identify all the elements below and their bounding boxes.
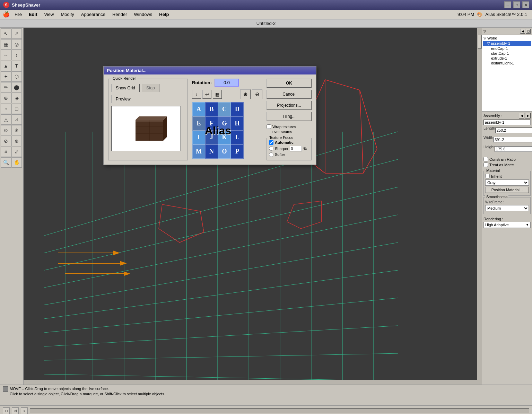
vertical-scrollbar[interactable] [477,28,482,385]
pan-tool[interactable]: ✋ [11,157,22,168]
automatic-checkbox[interactable] [269,140,273,145]
minimize-button[interactable]: ─ [504,1,511,8]
v-scroll-thumb[interactable] [478,35,482,49]
lasso-tool[interactable]: ↗ [11,28,22,39]
preview-button[interactable]: Preview [111,95,135,103]
inherit-checkbox[interactable] [485,174,490,178]
dialog-title: Position Material... [107,68,147,73]
cancel-button[interactable]: Cancel [267,90,312,99]
scene-tree[interactable]: ▽ World ▽ assembly-1 endCap-1 startCap-1… [482,35,532,111]
flip-h-icon[interactable]: ↩ [202,90,211,99]
horizontal-scrollbar[interactable] [24,380,477,385]
wireframe-label: WireFrame : [485,200,509,204]
menu-windows[interactable]: Windows [131,11,156,18]
tex-cell-o: O [218,144,231,159]
star-tool[interactable]: ✦ [1,71,11,82]
material-dropdown[interactable]: Gray [485,179,529,186]
bottom-icon-1[interactable]: ◻ [3,407,10,414]
scale-tool[interactable]: ↕ [11,50,22,60]
pen-tool[interactable]: ✏ [1,82,11,93]
rotate-tool[interactable]: ◎ [11,39,22,50]
viewport[interactable]: Position Material... Quick Render Show G… [24,28,482,385]
tree-distantlight-1[interactable]: distantLight-1 [483,61,531,65]
position-material-button[interactable]: Position Material... [485,187,529,193]
tree-endcap-1[interactable]: endCap-1 [483,46,531,51]
flip-v-icon[interactable]: ↕ [192,90,201,99]
texture-grid-preview[interactable]: A B C D E F G H I J K L [192,102,244,159]
height-label: Height : [483,145,495,153]
right-tri-tool[interactable]: ⊿ [11,114,22,125]
tiling-button[interactable]: Tiling... [267,112,312,121]
edit-tool[interactable]: ⊛ [11,136,22,146]
zoom-in-button[interactable]: ⊕ [240,89,251,99]
target-tool[interactable]: ◈ [11,93,22,103]
softer-label: Softer [275,152,285,157]
softer-radio[interactable] [269,152,273,157]
menu-modify[interactable]: Modify [57,11,77,18]
assembly-name-input[interactable] [483,120,531,125]
select-tool[interactable]: ↖ [1,28,11,39]
position-material-dialog[interactable]: Position Material... Quick Render Show G… [103,66,316,165]
tex-cell-p: P [231,144,244,159]
crosshair-tool[interactable]: ⊕ [1,93,11,103]
paint-tool[interactable]: ⬤ [11,82,22,93]
panel-expand[interactable]: ◻ [526,29,531,34]
assembly-prev-button[interactable]: ◀ [519,113,524,118]
tree-assembly-1[interactable]: ▽ assembly-1 [483,41,531,46]
tex-cell-d: D [231,102,244,116]
wrap-textures-label: Wrap textures [272,125,296,129]
menu-help[interactable]: Help [156,11,172,18]
tree-startcap-1[interactable]: startCap-1 [483,51,531,56]
close-button[interactable]: ✕ [522,1,529,8]
text-tool[interactable]: T [11,61,22,71]
menu-file[interactable]: File [11,11,25,18]
snap-tool[interactable]: ⊙ [1,125,11,135]
app-name: Alias Sketch!™ 2.0.1 [485,12,527,17]
tex-cell-l: L [231,131,244,145]
length-input[interactable] [495,127,532,133]
projections-button[interactable]: Projections... [267,101,312,110]
grid2-tool[interactable]: ⌗ [1,147,11,157]
square-tool[interactable]: ◻ [11,104,22,114]
grid-tool[interactable]: ▦ [1,39,11,50]
height-input[interactable] [495,146,532,152]
sharper-radio[interactable] [269,146,273,151]
stop-button[interactable]: Stop [142,84,159,92]
tree-world[interactable]: ▽ World [483,36,531,41]
cut-tool[interactable]: ⊘ [1,136,11,146]
window-title: SheepShaver [12,2,40,8]
rotation-input[interactable] [215,79,239,87]
treat-as-matte-checkbox[interactable] [483,162,488,167]
menu-appearance[interactable]: Appearance [78,11,109,18]
expand-tool[interactable]: ⤢ [11,147,22,157]
constrain-ratio-checkbox[interactable] [483,157,488,161]
extrude-tool[interactable]: ▲ [1,61,11,71]
assembly-next-button[interactable]: ▶ [525,113,531,118]
bottom-icon-3[interactable]: ▷ [21,407,28,414]
width-input[interactable] [493,137,532,142]
rendering-dropdown[interactable]: High Adaptive ▼ [483,222,531,228]
ok-button[interactable]: OK [267,79,312,88]
zoom-out-button[interactable]: ⊖ [252,89,262,99]
menu-render[interactable]: Render [109,11,131,18]
polygon-tool[interactable]: ⬡ [11,71,22,82]
panel-scroll-up[interactable]: ◀ [520,29,525,34]
move-tool[interactable]: ↔ [1,50,11,60]
grid-view-icon[interactable]: ▦ [213,90,222,99]
wireframe-dropdown[interactable]: Medium [485,205,529,211]
zoom-tool[interactable]: 🔍 [1,157,11,168]
bottom-scroll[interactable] [30,408,529,413]
tex-cell-e: E [192,116,205,131]
maximize-button[interactable]: □ [513,1,520,8]
show-grid-button[interactable]: Show Grid [111,84,140,92]
tree-extrude-1[interactable]: extrude-1 [483,56,531,61]
circle-tool[interactable]: ○ [1,104,11,114]
bottom-icon-2[interactable]: ◁ [12,407,19,414]
glow-tool[interactable]: ✳ [11,125,22,135]
menu-edit[interactable]: Edit [25,11,41,18]
triangle-tool[interactable]: △ [1,114,11,125]
menu-view[interactable]: View [41,11,58,18]
apple-menu[interactable]: 🍎 [1,10,11,19]
wrap-textures-checkbox[interactable] [267,124,271,129]
sharper-value-input[interactable] [290,146,302,151]
